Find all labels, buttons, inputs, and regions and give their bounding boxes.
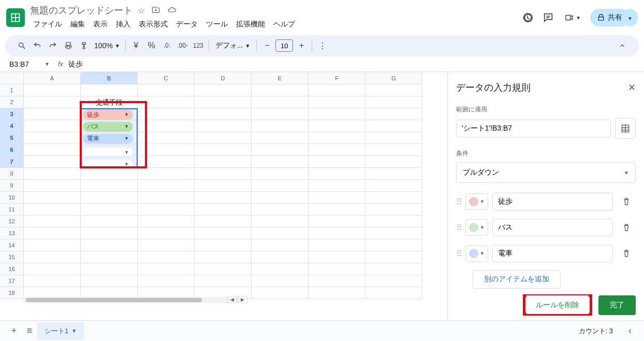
cell-G4[interactable]: [365, 120, 422, 132]
cell-C15[interactable]: [138, 251, 195, 263]
add-sheet-icon[interactable]: +: [6, 323, 22, 339]
move-icon[interactable]: [151, 6, 160, 16]
history-icon[interactable]: [522, 12, 533, 23]
cell-A17[interactable]: [24, 275, 81, 287]
row-16[interactable]: 16: [0, 263, 24, 275]
cell-G16[interactable]: [365, 263, 422, 275]
increase-decimal-icon[interactable]: .00↑: [175, 38, 190, 53]
font-size-input[interactable]: 10: [275, 39, 293, 52]
comment-icon[interactable]: [543, 12, 554, 23]
cell-E4[interactable]: [252, 120, 309, 132]
cell-B13[interactable]: [81, 228, 138, 239]
font-size-minus[interactable]: −: [260, 38, 274, 53]
menu-format[interactable]: 表示形式: [136, 18, 171, 31]
cell-F8[interactable]: [309, 168, 365, 180]
cell-B8[interactable]: [81, 168, 138, 180]
cell-G14[interactable]: [365, 239, 422, 251]
scroll-left-icon[interactable]: ◀: [227, 296, 237, 303]
cell-C6[interactable]: [138, 144, 195, 156]
cell-A2[interactable]: [24, 96, 81, 108]
cell-B7[interactable]: ▼: [81, 156, 138, 168]
cell-B14[interactable]: [81, 239, 138, 251]
cell-C4[interactable]: [138, 120, 195, 132]
row-6[interactable]: 6: [0, 144, 24, 156]
drag-handle-icon[interactable]: ⠿: [456, 197, 461, 207]
cell-E5[interactable]: [252, 132, 309, 144]
cell-B2[interactable]: 交通手段: [81, 96, 138, 108]
row-3[interactable]: 3: [0, 108, 24, 120]
row-17[interactable]: 17: [0, 275, 24, 287]
row-2[interactable]: 2: [0, 96, 24, 108]
cell-E6[interactable]: [252, 144, 309, 156]
row-9[interactable]: 9: [0, 180, 24, 192]
scroll-right-icon[interactable]: ▶: [237, 296, 247, 303]
fx-icon[interactable]: fx: [58, 60, 63, 68]
cell-A16[interactable]: [24, 263, 81, 275]
row-8[interactable]: 8: [0, 168, 24, 180]
cell-E11[interactable]: [252, 204, 309, 216]
cell-B12[interactable]: [81, 216, 138, 228]
cell-G10[interactable]: [365, 192, 422, 204]
cell-D17[interactable]: [195, 275, 252, 287]
cell-E8[interactable]: [252, 168, 309, 180]
cell-G18[interactable]: [365, 287, 422, 299]
cell-B1[interactable]: [81, 84, 138, 96]
row-4[interactable]: 4: [0, 120, 24, 132]
select-range-icon[interactable]: [615, 118, 636, 139]
cell-G3[interactable]: [365, 108, 422, 120]
cell-G9[interactable]: [365, 180, 422, 192]
row-15[interactable]: 15: [0, 251, 24, 263]
chip-b4[interactable]: バス▼: [83, 122, 133, 132]
cell-D9[interactable]: [195, 180, 252, 192]
formula-input[interactable]: 徒歩: [68, 60, 83, 69]
sheets-logo[interactable]: [6, 8, 25, 27]
star-icon[interactable]: ☆: [138, 6, 145, 16]
row-12[interactable]: 12: [0, 216, 24, 228]
more-formats-icon[interactable]: 123: [191, 38, 206, 53]
col-C[interactable]: C: [138, 72, 195, 84]
drag-handle-icon[interactable]: ⠿: [456, 249, 461, 259]
option-input-1[interactable]: [492, 219, 613, 236]
color-chip-0[interactable]: ▼: [465, 193, 488, 210]
cell-C1[interactable]: [138, 84, 195, 96]
cell-A1[interactable]: [24, 84, 81, 96]
cell-F18[interactable]: [309, 287, 365, 299]
cell-E1[interactable]: [252, 84, 309, 96]
cell-E12[interactable]: [252, 216, 309, 228]
currency-icon[interactable]: ¥: [129, 38, 143, 53]
cell-D8[interactable]: [195, 168, 252, 180]
share-dropdown[interactable]: ▼: [622, 9, 638, 26]
option-input-2[interactable]: [492, 245, 613, 262]
h-scrollbar[interactable]: [24, 297, 240, 303]
cell-F14[interactable]: [309, 239, 365, 251]
cell-G6[interactable]: [365, 144, 422, 156]
more-icon[interactable]: ⋮: [315, 38, 330, 53]
cell-F11[interactable]: [309, 204, 365, 216]
cell-G7[interactable]: [365, 156, 422, 168]
row-1[interactable]: 1: [0, 84, 24, 96]
cell-F15[interactable]: [309, 251, 365, 263]
cell-E14[interactable]: [252, 239, 309, 251]
row-14[interactable]: 14: [0, 239, 24, 251]
cell-C5[interactable]: [138, 132, 195, 144]
menu-view[interactable]: 表示: [90, 18, 111, 31]
row-11[interactable]: 11: [0, 204, 24, 216]
cell-C7[interactable]: [138, 156, 195, 168]
cell-E2[interactable]: [252, 96, 309, 108]
cell-E9[interactable]: [252, 180, 309, 192]
cell-A15[interactable]: [24, 251, 81, 263]
col-E[interactable]: E: [252, 72, 309, 84]
cell-C11[interactable]: [138, 204, 195, 216]
done-button[interactable]: 完了: [598, 295, 636, 315]
print-icon[interactable]: [61, 38, 76, 53]
cell-F13[interactable]: [309, 228, 365, 239]
add-item-button[interactable]: 別のアイテムを追加: [473, 270, 561, 289]
cell-F12[interactable]: [309, 216, 365, 228]
cell-D6[interactable]: [195, 144, 252, 156]
all-sheets-icon[interactable]: ≡: [22, 323, 37, 339]
sheet-tab[interactable]: シート1 ▼: [37, 322, 84, 340]
cell-F17[interactable]: [309, 275, 365, 287]
cell-C17[interactable]: [138, 275, 195, 287]
chip-b3[interactable]: 徒歩▼: [83, 110, 133, 120]
cell-G2[interactable]: [365, 96, 422, 108]
